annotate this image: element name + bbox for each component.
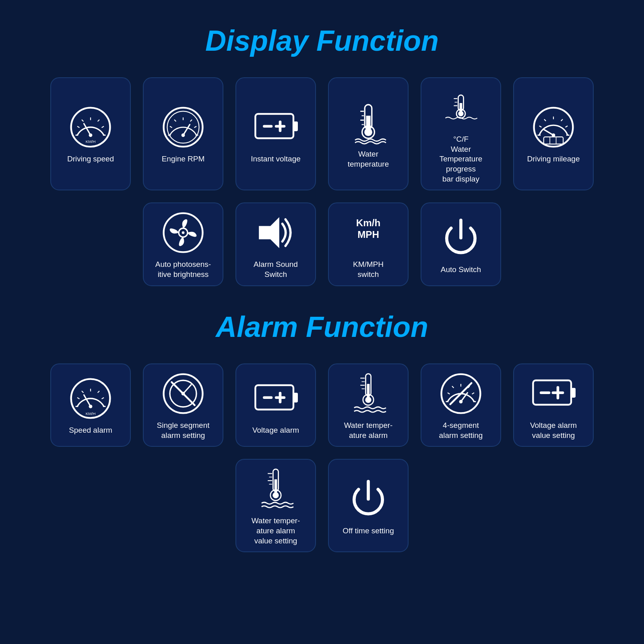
svg-rect-79 [255,385,293,410]
display-icon-grid: KM/H Driving speed E [16,77,628,286]
engine-rpm-label: Engine RPM [162,154,205,164]
svg-rect-22 [255,114,293,138]
svg-line-48 [566,126,568,127]
svg-point-87 [365,397,371,403]
instant-voltage-icon [254,105,298,149]
card-instant-voltage: Instant voltage [235,77,316,190]
water-temp-bar-label: °C/FWaterTemperatureprogressbar display [440,134,483,184]
alarm-icon-grid: KM/H Speed alarm Single segmentalarm set… [16,363,628,552]
card-single-segment-alarm: Single segmentalarm setting [143,363,223,447]
driving-mileage-label: Driving mileage [527,154,580,164]
svg-rect-80 [293,393,298,402]
svg-point-72 [89,405,93,409]
svg-marker-59 [259,217,279,248]
four-segment-alarm-icon [439,372,483,416]
auto-photosensitive-label: Auto photosens-itive brightness [155,260,211,279]
water-temp-alarm-value-icon [254,467,298,511]
svg-line-14 [170,126,172,128]
water-temp-alarm-value-label: Water temper-ature alarmvalue setting [252,516,300,546]
svg-text:KM/H: KM/H [86,139,96,144]
off-time-setting-icon [346,477,390,521]
card-driving-mileage: Driving mileage [513,77,594,190]
svg-text:KM/H: KM/H [86,411,96,416]
voltage-alarm-icon [254,376,298,421]
svg-line-95 [452,386,454,388]
svg-line-8 [84,124,91,136]
water-temp-alarm-icon [346,372,390,416]
driving-speed-icon: KM/H [68,105,113,149]
svg-point-58 [182,231,185,234]
svg-point-111 [272,492,279,498]
card-speed-alarm: KM/H Speed alarm [50,363,131,447]
svg-line-45 [544,120,546,121]
svg-line-69 [102,398,104,399]
water-temp-bar-icon [439,85,483,130]
single-segment-alarm-icon [161,372,205,416]
svg-point-101 [459,400,463,403]
svg-rect-23 [293,122,298,131]
svg-line-65 [77,398,80,399]
driving-mileage-icon [531,105,576,149]
svg-line-47 [561,120,563,121]
svg-line-5 [98,120,99,122]
card-off-time-setting: Off time setting [328,459,409,552]
card-water-temp-bar: °C/FWaterTemperatureprogressbar display [421,77,501,190]
driving-speed-label: Driving speed [67,154,114,164]
svg-text:Km/h: Km/h [356,217,380,228]
alarm-sound-switch-label: Alarm SoundSwitch [254,260,298,279]
svg-line-6 [102,126,104,128]
auto-switch-label: Auto Switch [441,265,481,275]
off-time-setting-label: Off time setting [343,526,394,536]
voltage-alarm-value-label: Voltage alarmvalue setting [530,421,577,440]
card-auto-switch: Auto Switch [421,202,501,286]
card-auto-photosensitive: Auto photosens-itive brightness [143,202,223,286]
card-alarm-sound-switch: Alarm SoundSwitch [235,202,316,286]
km-mph-switch-label: KM/MPHswitch [353,260,384,279]
card-four-segment-alarm: 4-segmentalarm setting [421,363,501,447]
card-voltage-alarm: Voltage alarm [235,363,316,447]
card-engine-rpm: Engine RPM [143,77,223,190]
speed-alarm-icon: KM/H [68,376,113,421]
auto-switch-icon [439,216,483,260]
svg-point-21 [182,134,185,137]
speed-alarm-label: Speed alarm [69,425,112,436]
svg-line-17 [190,120,192,122]
display-section-title: Display Function [205,24,439,57]
svg-line-44 [539,126,542,127]
svg-line-68 [98,391,99,392]
instant-voltage-label: Instant voltage [251,154,301,164]
svg-rect-104 [571,388,576,398]
svg-rect-52 [544,137,563,144]
card-water-temperature: Watertemperature [328,77,409,190]
card-water-temp-alarm-value: Water temper-ature alarmvalue setting [235,459,316,552]
card-water-temp-alarm: Water temper-ature alarm [328,363,409,447]
svg-line-15 [174,120,176,122]
svg-point-9 [89,134,93,137]
card-km-mph-switch: Km/h MPH KM/MPHswitch [328,202,409,286]
water-temp-alarm-label: Water temper-ature alarm [344,421,393,440]
svg-text:MPH: MPH [357,229,379,240]
alarm-sound-switch-icon [254,211,298,255]
four-segment-alarm-label: 4-segmentalarm setting [439,421,483,440]
card-driving-speed: KM/H Driving speed [50,77,131,190]
svg-line-3 [82,120,83,122]
voltage-alarm-value-icon [531,372,576,416]
svg-point-51 [552,134,555,137]
svg-line-71 [84,395,91,407]
auto-photosensitive-icon [161,211,205,255]
svg-line-20 [183,125,190,135]
single-segment-alarm-label: Single segmentalarm setting [157,421,210,440]
svg-point-30 [364,128,372,136]
water-temperature-label: Watertemperature [348,149,389,169]
voltage-alarm-label: Voltage alarm [252,425,299,436]
svg-line-76 [183,385,191,394]
card-voltage-alarm-value: Voltage alarmvalue setting [513,363,594,447]
svg-line-66 [82,391,83,392]
svg-line-94 [448,393,450,394]
water-temperature-icon [346,100,390,144]
svg-line-98 [472,393,475,394]
engine-rpm-icon [161,105,205,149]
alarm-section-title: Alarm Function [216,310,428,343]
svg-point-42 [534,108,573,147]
svg-line-2 [77,126,80,128]
